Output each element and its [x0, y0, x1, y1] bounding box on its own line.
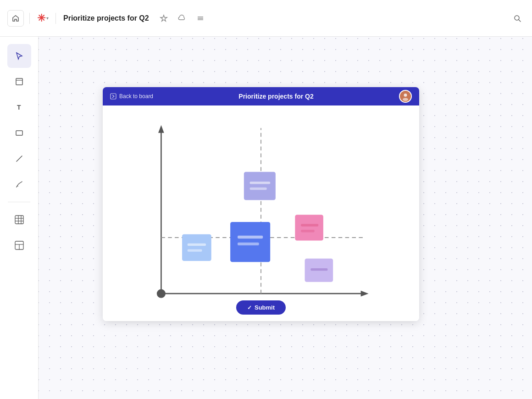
- sidebar-tool-text[interactable]: T: [7, 95, 31, 119]
- sidebar-tool-layout[interactable]: [7, 233, 31, 257]
- page-title: Prioritize projects for Q2: [63, 14, 149, 22]
- sidebar-bottom-section: [0, 208, 38, 257]
- svg-rect-8: [16, 131, 22, 135]
- svg-point-23: [403, 98, 408, 101]
- svg-rect-35: [188, 244, 206, 246]
- svg-line-19: [112, 95, 114, 96]
- svg-line-9: [17, 156, 22, 161]
- sidebar-tools-section: T: [0, 44, 38, 196]
- sidebar: T: [0, 37, 39, 399]
- svg-rect-5: [16, 78, 22, 85]
- svg-rect-41: [301, 224, 318, 226]
- submit-check-icon: ✓: [247, 305, 252, 311]
- svg-marker-27: [361, 291, 369, 297]
- board-header: Back to board Prioritize projects for Q2: [103, 87, 419, 105]
- svg-rect-10: [15, 216, 23, 224]
- sidebar-tool-pen[interactable]: [7, 172, 31, 196]
- logo-dropdown-icon: ▾: [46, 16, 49, 21]
- header-divider-2: [55, 13, 56, 24]
- header-divider: [29, 13, 30, 24]
- svg-marker-25: [158, 125, 164, 133]
- svg-rect-44: [310, 268, 327, 271]
- search-button[interactable]: [510, 11, 525, 26]
- svg-line-4: [519, 20, 521, 22]
- svg-point-28: [157, 289, 166, 298]
- home-button[interactable]: [7, 10, 24, 27]
- svg-rect-36: [188, 249, 202, 252]
- board-frame: Back to board Prioritize projects for Q2: [103, 87, 419, 321]
- svg-rect-32: [250, 182, 271, 184]
- header: ✳ ▾ Prioritize projects for Q2: [0, 0, 532, 37]
- svg-rect-39: [238, 243, 259, 245]
- svg-point-22: [404, 94, 407, 97]
- svg-rect-18: [111, 94, 116, 99]
- svg-rect-33: [250, 188, 267, 190]
- sidebar-tool-frame[interactable]: [7, 70, 31, 94]
- back-to-board-button[interactable]: Back to board: [110, 93, 153, 100]
- sidebar-tool-table[interactable]: [7, 208, 31, 232]
- submit-label: Submit: [255, 304, 275, 311]
- star-button[interactable]: [156, 11, 171, 26]
- main-canvas[interactable]: Back to board Prioritize projects for Q2: [39, 37, 532, 399]
- back-to-board-label: Back to board: [119, 93, 153, 100]
- app-logo[interactable]: ✳ ▾: [35, 11, 50, 26]
- sidebar-tool-line[interactable]: [7, 147, 31, 171]
- svg-rect-42: [301, 230, 315, 232]
- svg-rect-40: [295, 215, 323, 240]
- header-actions: [156, 11, 208, 26]
- logo-asterisk: ✳: [37, 12, 45, 24]
- sidebar-tool-select[interactable]: [7, 44, 31, 68]
- priority-matrix: [103, 105, 419, 321]
- svg-line-20: [112, 96, 114, 98]
- svg-rect-37: [230, 222, 270, 262]
- board-title: Prioritize projects for Q2: [153, 93, 399, 100]
- svg-rect-34: [182, 234, 211, 261]
- menu-button[interactable]: [193, 11, 208, 26]
- svg-text:T: T: [17, 104, 21, 111]
- submit-button[interactable]: ✓ Submit: [236, 300, 286, 315]
- cloud-button[interactable]: [175, 11, 189, 26]
- sidebar-tool-rectangle[interactable]: [7, 121, 31, 145]
- svg-rect-31: [244, 172, 276, 200]
- sidebar-divider: [8, 202, 31, 202]
- board-content: ✓ Submit: [103, 105, 419, 321]
- board-user-avatar: [399, 90, 412, 103]
- svg-rect-38: [238, 236, 263, 238]
